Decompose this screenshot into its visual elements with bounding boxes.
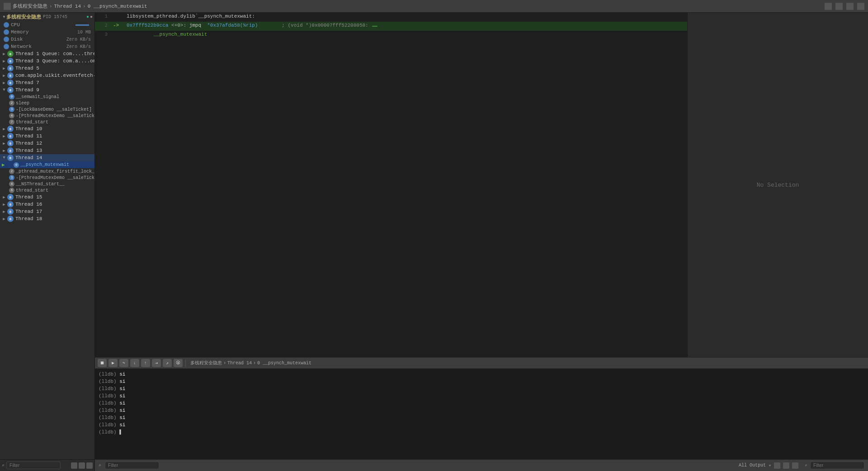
- thread-14-frame-2[interactable]: 2 _pthread_mutex_firstfit_lock_slow: [0, 168, 94, 174]
- thread-10-chevron[interactable]: [2, 127, 6, 131]
- step-inst-btn[interactable]: ⇥: [152, 359, 161, 367]
- thread-9-frame-7[interactable]: 7 thread_start: [0, 119, 94, 125]
- thread-18-chevron[interactable]: [2, 217, 6, 221]
- code-area: 1 libsystem_pthread.dylib`__psynch_mutex…: [95, 13, 687, 357]
- thread-10-label: Thread 10: [15, 126, 42, 132]
- thread-10-icon: 8: [7, 126, 14, 132]
- thread-12-icon: 8: [7, 140, 14, 146]
- thread-9-row[interactable]: 8 Thread 9: [0, 86, 94, 94]
- window-controls[interactable]: [857, 3, 864, 10]
- process-row[interactable]: 多线程安全隐患 PID 15745 ● ●: [0, 13, 94, 21]
- thread-9-frame-0[interactable]: 0 __semwait_signal: [0, 94, 94, 100]
- thread-12-chevron[interactable]: [2, 141, 6, 146]
- thread-7-row[interactable]: 8 Thread 7: [0, 79, 94, 86]
- thread-17-row[interactable]: 8 Thread 17: [0, 208, 94, 215]
- breadcrumb-sep-1: ›: [49, 4, 52, 9]
- thread-14-chevron[interactable]: [2, 155, 6, 160]
- thread-7-chevron[interactable]: [2, 80, 6, 85]
- memory-value: 10 MB: [77, 30, 91, 35]
- code-text-2-comment: ; (void *)0x00007fff52208058:: [258, 23, 368, 28]
- code-text-2-offset: <+0>:: [171, 23, 189, 28]
- thread-5-row[interactable]: 8 Thread 5: [0, 65, 94, 72]
- thread-15-chevron[interactable]: [2, 195, 6, 199]
- thread-14-frame-0[interactable]: ▶ 0 __psynch_mutexwait: [0, 161, 94, 168]
- code-line-3: 3 __psynch_mutexwait: [95, 31, 687, 40]
- frame-7-icon: 7: [9, 119, 14, 125]
- t14-frame-6-icon: 6: [9, 188, 14, 193]
- thread-18-label: Thread 18: [15, 216, 42, 221]
- t14-frame-0-label: __psynch_mutexwait: [20, 162, 69, 167]
- thread-16-row[interactable]: 8 Thread 16: [0, 201, 94, 208]
- top-bar: 多线程安全隐患 › Thread 14 › 0 __psynch_mutexwa…: [0, 0, 868, 13]
- list-view-btn[interactable]: [71, 462, 77, 469]
- step-out-btn[interactable]: ↑: [141, 359, 150, 367]
- thread-9-chevron[interactable]: [2, 88, 6, 92]
- thread-apple-chevron[interactable]: [2, 73, 6, 78]
- debug-toolbar: ⏹ ▶ ↷ ↓ ↑ ⇥ ↗ ⦿ 多线程安全隐患 › Thread 14 › 0 …: [95, 357, 868, 369]
- console-line-9[interactable]: (lldb) ▌: [99, 429, 864, 436]
- detail-view-btn[interactable]: [86, 462, 93, 469]
- output-filter-input[interactable]: [810, 462, 864, 469]
- warning-icon[interactable]: [825, 3, 832, 10]
- thread-12-row[interactable]: 8 Thread 12: [0, 140, 94, 147]
- app-icon: [4, 3, 11, 10]
- no-selection-panel: No Selection: [687, 13, 868, 357]
- view-toggle-2[interactable]: [792, 462, 798, 469]
- console-line-7: (lldb) si: [99, 414, 864, 421]
- thread-3-icon: 8: [7, 58, 14, 64]
- thread-14-row[interactable]: 8 Thread 14: [0, 154, 94, 161]
- play-btn[interactable]: ▶: [108, 359, 118, 367]
- sidebar-filter-input[interactable]: [6, 462, 61, 469]
- thread-18-row[interactable]: 8 Thread 18: [0, 215, 94, 222]
- thread-1-icon: 8: [7, 51, 14, 57]
- all-output-chevron[interactable]: ▾: [769, 463, 771, 468]
- thread-16-icon: 8: [7, 201, 14, 207]
- thread-3-row[interactable]: 8 Thread 3 Queue: com.a....oming (serial…: [0, 57, 94, 65]
- thread-16-chevron[interactable]: [2, 202, 6, 207]
- debug-bc-3: 0 __psynch_mutexwait: [257, 361, 311, 366]
- thread-14-frame-3[interactable]: 3 -[PthreadMutexDemo __saleTicket]: [0, 174, 94, 181]
- thread-9-frame-3[interactable]: 3 -[LockBaseDemo __saleTicket]: [0, 106, 94, 113]
- location-btn[interactable]: ⦿: [174, 359, 183, 367]
- thread-13-chevron[interactable]: [2, 148, 6, 153]
- process-chevron[interactable]: [2, 15, 6, 19]
- network-resource: Network Zero KB/s: [0, 43, 94, 50]
- thread-1-row[interactable]: 8 Thread 1 Queue: com....thread (serial): [0, 50, 94, 57]
- thread-17-chevron[interactable]: [2, 209, 6, 214]
- thread-13-row[interactable]: 8 Thread 13: [0, 147, 94, 154]
- network-value: Zero KB/s: [66, 44, 91, 49]
- step-into-btn[interactable]: ↓: [130, 359, 139, 367]
- thread-11-row[interactable]: 8 Thread 11: [0, 132, 94, 140]
- forward-icon[interactable]: [835, 3, 843, 10]
- console-filter-input[interactable]: [105, 462, 159, 469]
- debug-bc-1: 多线程安全隐患: [190, 360, 222, 366]
- view-toggle-1[interactable]: [783, 462, 789, 469]
- thread-13-label: Thread 13: [15, 148, 42, 153]
- line-num-3: 3: [95, 32, 113, 37]
- console-line-8: (lldb) si: [99, 421, 864, 429]
- step-over-btn[interactable]: ↷: [119, 359, 128, 367]
- thread-14-frame-4[interactable]: 4 __NSThread_start__: [0, 181, 94, 187]
- thread-9-frame-2[interactable]: 2 sleep: [0, 100, 94, 106]
- no-selection-text: No Selection: [757, 182, 799, 188]
- thread-10-row[interactable]: 8 Thread 10: [0, 125, 94, 132]
- step-inst-over-btn[interactable]: ↗: [163, 359, 172, 367]
- cpu-resource: CPU: [0, 21, 94, 28]
- grid-view-btn[interactable]: [79, 462, 85, 469]
- frame-3-icon: 3: [9, 107, 14, 112]
- thread-5-chevron[interactable]: [2, 66, 6, 71]
- continue-btn[interactable]: [372, 26, 377, 27]
- thread-9-frame-4[interactable]: 4 -[PthreadMutexDemo __saleTicket]: [0, 113, 94, 119]
- thread-3-chevron[interactable]: [2, 59, 6, 63]
- thread-15-row[interactable]: 8 Thread 15: [0, 193, 94, 201]
- thread-14-frame-6[interactable]: 6 thread_start: [0, 187, 94, 193]
- thread-11-chevron[interactable]: [2, 134, 6, 138]
- clear-console-btn[interactable]: [774, 462, 780, 469]
- backward-icon[interactable]: [846, 3, 854, 10]
- thread-7-label: Thread 7: [15, 80, 39, 85]
- thread-apple-row[interactable]: 8 com.apple.uikit.eventfetch-thread (6): [0, 72, 94, 79]
- code-text-2-addr: 0x7fff522b9cca: [127, 23, 171, 28]
- thread-11-icon: 8: [7, 133, 14, 139]
- stop-btn[interactable]: ⏹: [98, 359, 107, 367]
- thread-1-chevron[interactable]: [2, 52, 6, 56]
